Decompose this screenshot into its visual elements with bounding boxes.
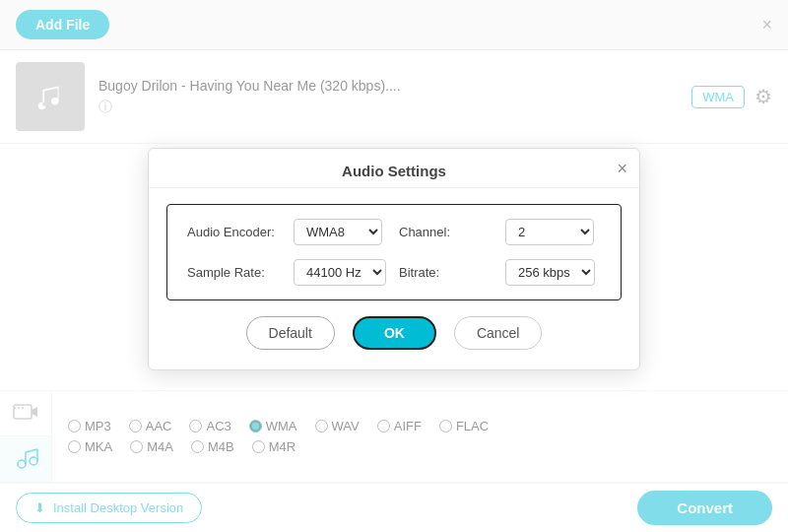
default-button[interactable]: Default xyxy=(246,316,335,350)
bitrate-select[interactable]: 256 kbps 128 kbps 320 kbps xyxy=(505,259,595,286)
sample-rate-row: Sample Rate: 44100 Hz 22050 Hz 48000 Hz xyxy=(187,259,389,286)
dialog-buttons: Default OK Cancel xyxy=(149,316,639,350)
audio-encoder-select[interactable]: WMA8 WMA MP3 xyxy=(294,219,382,245)
audio-encoder-row: Audio Encoder: WMA8 WMA MP3 xyxy=(187,219,389,245)
dialog-title: Audio Settings xyxy=(149,149,639,188)
dialog-close-button[interactable]: × xyxy=(617,159,627,179)
channel-label: Channel: xyxy=(399,225,497,239)
bitrate-label: Bitrate: xyxy=(399,265,497,280)
ok-button[interactable]: OK xyxy=(353,316,436,350)
cancel-button[interactable]: Cancel xyxy=(454,316,543,350)
channel-row: Channel: 2 1 6 xyxy=(399,219,601,245)
dialog-overlay: Audio Settings × Audio Encoder: WMA8 WMA… xyxy=(0,0,788,532)
bitrate-row: Bitrate: 256 kbps 128 kbps 320 kbps xyxy=(399,259,601,286)
audio-encoder-label: Audio Encoder: xyxy=(187,225,286,239)
sample-rate-select[interactable]: 44100 Hz 22050 Hz 48000 Hz xyxy=(294,259,386,286)
channel-select[interactable]: 2 1 6 xyxy=(505,219,594,245)
settings-box: Audio Encoder: WMA8 WMA MP3 Channel: 2 1… xyxy=(166,204,622,300)
audio-settings-dialog: Audio Settings × Audio Encoder: WMA8 WMA… xyxy=(148,148,640,370)
sample-rate-label: Sample Rate: xyxy=(187,265,286,280)
